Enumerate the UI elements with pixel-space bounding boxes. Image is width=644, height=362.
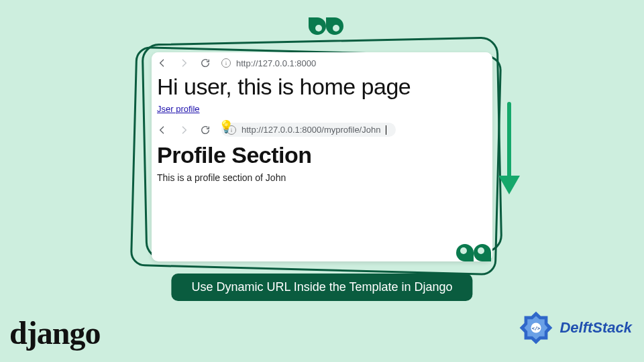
- page-heading: Profile Section: [152, 141, 492, 172]
- browser-toolbar: http://127.0.0.1:8000: [152, 52, 492, 72]
- page-body-text: This is a profile section of John: [152, 172, 492, 190]
- url-text: http://127.0.0.1:8000: [236, 58, 316, 68]
- reload-icon[interactable]: [200, 125, 211, 135]
- user-profile-link[interactable]: Jser profile: [152, 103, 205, 114]
- quote-open-icon: [309, 17, 343, 35]
- back-icon[interactable]: [157, 58, 168, 68]
- quote-close-icon: [456, 244, 491, 261]
- illustration-stage: http://127.0.0.1:8000 Hi user, this is h…: [134, 19, 510, 274]
- back-icon[interactable]: [157, 125, 168, 135]
- browser-toolbar: http://127.0.0.1:8000/myprofile/John: [152, 115, 492, 141]
- url-text: http://127.0.0.1:8000/myprofile/John: [241, 125, 380, 135]
- down-arrow-icon: [496, 102, 522, 200]
- forward-icon[interactable]: [178, 58, 189, 68]
- address-bar[interactable]: http://127.0.0.1:8000/myprofile/John: [221, 123, 396, 137]
- browser-panel-home: http://127.0.0.1:8000 Hi user, this is h…: [152, 52, 492, 115]
- delftstack-logo: </> DelftStack: [517, 308, 632, 347]
- delftstack-text: DelftStack: [559, 319, 632, 337]
- browser-panel-profile: http://127.0.0.1:8000/myprofile/John Pro…: [152, 115, 492, 190]
- info-icon: [221, 58, 231, 68]
- django-logo: django: [9, 314, 100, 351]
- page-heading: Hi user, this is home page: [152, 72, 492, 103]
- svg-text:</>: </>: [532, 326, 541, 331]
- delftstack-icon: </>: [517, 308, 555, 347]
- reload-icon[interactable]: [200, 58, 211, 68]
- caption-pill: Use Dynamic URL Inside the Template in D…: [171, 274, 472, 301]
- lightbulb-cursor-icon: 💡: [219, 119, 233, 134]
- address-bar[interactable]: http://127.0.0.1:8000: [221, 58, 316, 68]
- screenshot-card: http://127.0.0.1:8000 Hi user, this is h…: [152, 52, 492, 261]
- forward-icon[interactable]: [178, 125, 189, 135]
- text-cursor-icon: [386, 125, 386, 135]
